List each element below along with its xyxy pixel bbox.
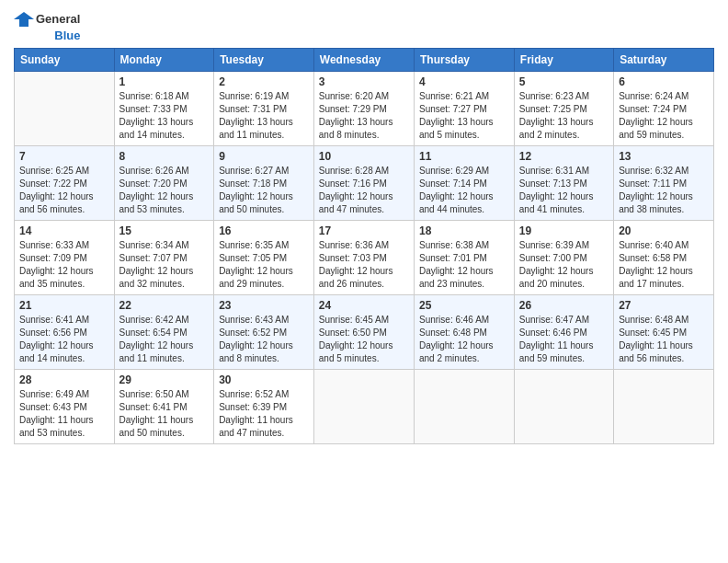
calendar-cell: 13Sunrise: 6:32 AM Sunset: 7:11 PM Dayli… [614, 146, 714, 221]
calendar-cell: 5Sunrise: 6:23 AM Sunset: 7:25 PM Daylig… [514, 72, 613, 146]
day-number: 11 [419, 150, 509, 163]
svg-marker-0 [14, 12, 34, 27]
weekday-header-tuesday: Tuesday [214, 49, 314, 72]
day-number: 20 [619, 224, 709, 237]
logo-bird-icon [14, 9, 34, 29]
calendar-cell: 27Sunrise: 6:48 AM Sunset: 6:45 PM Dayli… [614, 295, 714, 370]
calendar-cell: 3Sunrise: 6:20 AM Sunset: 7:29 PM Daylig… [313, 72, 414, 146]
day-info: Sunrise: 6:42 AM Sunset: 6:54 PM Dayligh… [119, 314, 210, 365]
week-row-1: 7Sunrise: 6:25 AM Sunset: 7:22 PM Daylig… [15, 146, 714, 221]
weekday-header-wednesday: Wednesday [313, 49, 414, 72]
day-info: Sunrise: 6:26 AM Sunset: 7:20 PM Dayligh… [119, 165, 210, 216]
day-number: 7 [19, 150, 109, 163]
calendar-cell: 15Sunrise: 6:34 AM Sunset: 7:07 PM Dayli… [114, 221, 214, 295]
calendar-cell: 6Sunrise: 6:24 AM Sunset: 7:24 PM Daylig… [614, 72, 714, 146]
calendar-cell [313, 370, 414, 444]
day-number: 2 [219, 75, 309, 88]
day-info: Sunrise: 6:25 AM Sunset: 7:22 PM Dayligh… [19, 165, 109, 216]
calendar-cell: 12Sunrise: 6:31 AM Sunset: 7:13 PM Dayli… [514, 146, 613, 221]
calendar-cell [514, 370, 613, 444]
calendar-cell: 28Sunrise: 6:49 AM Sunset: 6:43 PM Dayli… [15, 370, 115, 444]
day-number: 19 [519, 224, 609, 237]
calendar-cell: 11Sunrise: 6:29 AM Sunset: 7:14 PM Dayli… [414, 146, 514, 221]
day-info: Sunrise: 6:19 AM Sunset: 7:31 PM Dayligh… [219, 90, 309, 142]
calendar-cell: 2Sunrise: 6:19 AM Sunset: 7:31 PM Daylig… [214, 72, 314, 146]
calendar-cell: 22Sunrise: 6:42 AM Sunset: 6:54 PM Dayli… [114, 295, 214, 370]
calendar-cell: 17Sunrise: 6:36 AM Sunset: 7:03 PM Dayli… [313, 221, 414, 295]
calendar-cell: 18Sunrise: 6:38 AM Sunset: 7:01 PM Dayli… [414, 221, 514, 295]
day-number: 5 [519, 75, 609, 88]
day-info: Sunrise: 6:24 AM Sunset: 7:24 PM Dayligh… [619, 90, 709, 142]
day-number: 4 [419, 75, 509, 88]
day-number: 8 [119, 150, 210, 163]
logo-blue: Blue [54, 29, 80, 42]
day-info: Sunrise: 6:35 AM Sunset: 7:05 PM Dayligh… [219, 239, 309, 291]
day-number: 24 [319, 299, 409, 312]
weekday-header-saturday: Saturday [614, 49, 714, 72]
day-info: Sunrise: 6:31 AM Sunset: 7:13 PM Dayligh… [519, 165, 609, 216]
logo: General Blue [14, 9, 80, 42]
calendar-cell [15, 72, 115, 146]
day-info: Sunrise: 6:33 AM Sunset: 7:09 PM Dayligh… [19, 239, 109, 291]
day-number: 16 [219, 224, 309, 237]
day-info: Sunrise: 6:34 AM Sunset: 7:07 PM Dayligh… [119, 239, 210, 291]
header: General Blue [14, 9, 714, 42]
day-number: 29 [119, 373, 210, 386]
day-info: Sunrise: 6:47 AM Sunset: 6:46 PM Dayligh… [519, 314, 609, 365]
calendar-cell: 1Sunrise: 6:18 AM Sunset: 7:33 PM Daylig… [114, 72, 214, 146]
day-number: 18 [419, 224, 509, 237]
logo-general: General [36, 13, 80, 26]
day-number: 28 [19, 373, 109, 386]
day-number: 14 [19, 224, 109, 237]
day-number: 10 [319, 150, 409, 163]
calendar-cell: 23Sunrise: 6:43 AM Sunset: 6:52 PM Dayli… [214, 295, 314, 370]
day-info: Sunrise: 6:36 AM Sunset: 7:03 PM Dayligh… [319, 239, 409, 291]
day-number: 26 [519, 299, 609, 312]
day-info: Sunrise: 6:21 AM Sunset: 7:27 PM Dayligh… [419, 90, 509, 142]
calendar-table: SundayMondayTuesdayWednesdayThursdayFrid… [14, 48, 714, 444]
day-info: Sunrise: 6:41 AM Sunset: 6:56 PM Dayligh… [19, 314, 109, 365]
day-number: 12 [519, 150, 609, 163]
calendar-cell: 8Sunrise: 6:26 AM Sunset: 7:20 PM Daylig… [114, 146, 214, 221]
day-number: 17 [319, 224, 409, 237]
calendar-cell: 4Sunrise: 6:21 AM Sunset: 7:27 PM Daylig… [414, 72, 514, 146]
day-number: 13 [619, 150, 709, 163]
calendar-cell: 30Sunrise: 6:52 AM Sunset: 6:39 PM Dayli… [214, 370, 314, 444]
calendar-cell: 14Sunrise: 6:33 AM Sunset: 7:09 PM Dayli… [15, 221, 115, 295]
day-info: Sunrise: 6:45 AM Sunset: 6:50 PM Dayligh… [319, 314, 409, 365]
day-info: Sunrise: 6:23 AM Sunset: 7:25 PM Dayligh… [519, 90, 609, 142]
calendar-cell [614, 370, 714, 444]
day-info: Sunrise: 6:32 AM Sunset: 7:11 PM Dayligh… [619, 165, 709, 216]
calendar-cell: 9Sunrise: 6:27 AM Sunset: 7:18 PM Daylig… [214, 146, 314, 221]
day-info: Sunrise: 6:20 AM Sunset: 7:29 PM Dayligh… [319, 90, 409, 142]
weekday-header-thursday: Thursday [414, 49, 514, 72]
weekday-header-sunday: Sunday [15, 49, 115, 72]
day-number: 6 [619, 75, 709, 88]
day-info: Sunrise: 6:49 AM Sunset: 6:43 PM Dayligh… [19, 388, 109, 440]
calendar-cell: 25Sunrise: 6:46 AM Sunset: 6:48 PM Dayli… [414, 295, 514, 370]
weekday-header-row: SundayMondayTuesdayWednesdayThursdayFrid… [15, 49, 714, 72]
weekday-header-monday: Monday [114, 49, 214, 72]
day-info: Sunrise: 6:18 AM Sunset: 7:33 PM Dayligh… [119, 90, 210, 142]
day-info: Sunrise: 6:50 AM Sunset: 6:41 PM Dayligh… [119, 388, 210, 440]
page: General Blue SundayMondayTuesdayWednesda… [0, 0, 728, 563]
day-info: Sunrise: 6:40 AM Sunset: 6:58 PM Dayligh… [619, 239, 709, 291]
calendar-cell [414, 370, 514, 444]
day-info: Sunrise: 6:27 AM Sunset: 7:18 PM Dayligh… [219, 165, 309, 216]
day-info: Sunrise: 6:28 AM Sunset: 7:16 PM Dayligh… [319, 165, 409, 216]
day-info: Sunrise: 6:46 AM Sunset: 6:48 PM Dayligh… [419, 314, 509, 365]
day-number: 25 [419, 299, 509, 312]
day-number: 27 [619, 299, 709, 312]
day-number: 23 [219, 299, 309, 312]
weekday-header-friday: Friday [514, 49, 613, 72]
week-row-4: 28Sunrise: 6:49 AM Sunset: 6:43 PM Dayli… [15, 370, 714, 444]
day-number: 1 [119, 75, 210, 88]
day-info: Sunrise: 6:43 AM Sunset: 6:52 PM Dayligh… [219, 314, 309, 365]
calendar-cell: 7Sunrise: 6:25 AM Sunset: 7:22 PM Daylig… [15, 146, 115, 221]
day-info: Sunrise: 6:52 AM Sunset: 6:39 PM Dayligh… [219, 388, 309, 440]
day-info: Sunrise: 6:29 AM Sunset: 7:14 PM Dayligh… [419, 165, 509, 216]
day-info: Sunrise: 6:39 AM Sunset: 7:00 PM Dayligh… [519, 239, 609, 291]
day-number: 9 [219, 150, 309, 163]
calendar-cell: 29Sunrise: 6:50 AM Sunset: 6:41 PM Dayli… [114, 370, 214, 444]
calendar-cell: 10Sunrise: 6:28 AM Sunset: 7:16 PM Dayli… [313, 146, 414, 221]
